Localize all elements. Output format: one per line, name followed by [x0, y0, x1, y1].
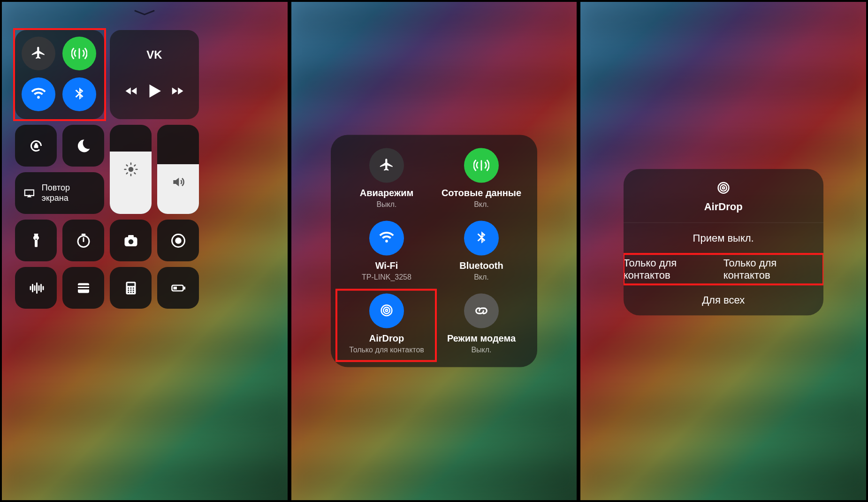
airdrop-option-everyone[interactable]: Для всех: [624, 284, 823, 315]
airdrop-menu-card: AirDrop Прием выкл. Только для контактов…: [624, 169, 823, 315]
airdrop-menu-header: AirDrop: [624, 169, 823, 222]
highlight-contacts-option: [624, 253, 823, 285]
airplane-icon: [30, 46, 46, 61]
bluetooth-toggle[interactable]: [62, 77, 96, 111]
airdrop-icon: [379, 303, 395, 319]
airdrop-icon: [716, 180, 731, 196]
timer-button[interactable]: [62, 220, 104, 261]
wifi-item[interactable]: Wi-Fi TP-LINK_3258: [339, 221, 434, 281]
airdrop-option-contacts[interactable]: Только для контактов Только для контакто…: [624, 253, 823, 284]
hotspot-item[interactable]: Режим модема Выкл.: [434, 294, 529, 354]
connectivity-card: Авиарежим Выкл. Сотовые данные Вкл. Wi-F…: [331, 135, 537, 367]
airplane-toggle[interactable]: [22, 37, 55, 70]
panel-control-center: VK Повтор экрана: [2, 2, 288, 500]
volume-slider[interactable]: [157, 125, 199, 214]
media-app-title: VK: [118, 48, 190, 61]
rewind-icon[interactable]: [124, 84, 138, 98]
flashlight-icon: [28, 232, 45, 249]
airdrop-menu-title: AirDrop: [704, 201, 743, 213]
battery-icon: [170, 280, 187, 297]
wifi-toggle[interactable]: [22, 77, 55, 111]
wallet-button[interactable]: [62, 267, 104, 309]
airplane-icon: [379, 158, 395, 174]
hotspot-status: Выкл.: [471, 346, 491, 354]
cellular-label: Сотовые данные: [442, 188, 521, 198]
airdrop-status: Только для контактов: [349, 346, 424, 354]
camera-icon: [122, 232, 139, 249]
media-tile[interactable]: VK: [110, 30, 199, 119]
wifi-icon: [30, 86, 46, 102]
brightness-slider[interactable]: [110, 125, 152, 214]
panel-airdrop-menu: AirDrop Прием выкл. Только для контактов…: [580, 2, 866, 500]
orientation-lock-toggle[interactable]: [15, 125, 57, 167]
cellular-item[interactable]: Сотовые данные Вкл.: [434, 148, 529, 209]
hotspot-label: Режим модема: [447, 333, 516, 344]
lock-rotate-icon: [28, 137, 45, 154]
screen-record-button[interactable]: [157, 220, 199, 261]
hotspot-icon: [473, 303, 489, 319]
wifi-network: TP-LINK_3258: [362, 273, 411, 281]
airplane-item[interactable]: Авиарежим Выкл.: [339, 148, 434, 209]
connectivity-tile[interactable]: [15, 30, 104, 119]
low-power-button[interactable]: [157, 267, 199, 309]
cellular-toggle[interactable]: [62, 37, 96, 70]
bluetooth-icon: [473, 230, 489, 246]
do-not-disturb-toggle[interactable]: [62, 125, 104, 167]
airdrop-label: AirDrop: [369, 333, 404, 344]
camera-button[interactable]: [110, 220, 152, 261]
airdrop-option-off[interactable]: Прием выкл.: [624, 222, 823, 253]
sun-icon: [123, 162, 138, 177]
bluetooth-label: Bluetooth: [459, 260, 503, 271]
airdrop-item[interactable]: AirDrop Только для контактов: [339, 294, 434, 354]
wallet-icon: [75, 280, 92, 297]
bluetooth-status: Вкл.: [474, 273, 489, 281]
screen-mirror-button[interactable]: Повтор экрана: [15, 172, 104, 214]
cellular-icon: [71, 46, 87, 61]
volume-icon: [171, 175, 186, 190]
forward-icon[interactable]: [170, 84, 184, 98]
bluetooth-item[interactable]: Bluetooth Вкл.: [434, 221, 529, 281]
calculator-button[interactable]: [110, 267, 152, 309]
airplane-label: Авиарежим: [360, 188, 414, 198]
audio-recognition-button[interactable]: [15, 267, 57, 309]
screen-mirror-icon: [23, 186, 36, 200]
audio-wave-icon: [28, 280, 45, 297]
airplane-status: Выкл.: [376, 200, 396, 209]
wifi-label: Wi-Fi: [375, 260, 398, 271]
cellular-icon: [473, 158, 489, 174]
record-icon: [170, 232, 187, 249]
cellular-status: Вкл.: [474, 200, 489, 209]
bluetooth-icon: [71, 86, 87, 102]
screen-mirror-label: Повтор экрана: [42, 183, 97, 203]
play-icon[interactable]: [145, 81, 164, 101]
flashlight-button[interactable]: [15, 220, 57, 261]
wifi-icon: [379, 230, 395, 246]
calculator-icon: [122, 280, 139, 297]
moon-icon: [75, 137, 92, 154]
panel-connectivity-expanded: Авиарежим Выкл. Сотовые данные Вкл. Wi-F…: [291, 2, 577, 500]
timer-icon: [75, 232, 92, 249]
